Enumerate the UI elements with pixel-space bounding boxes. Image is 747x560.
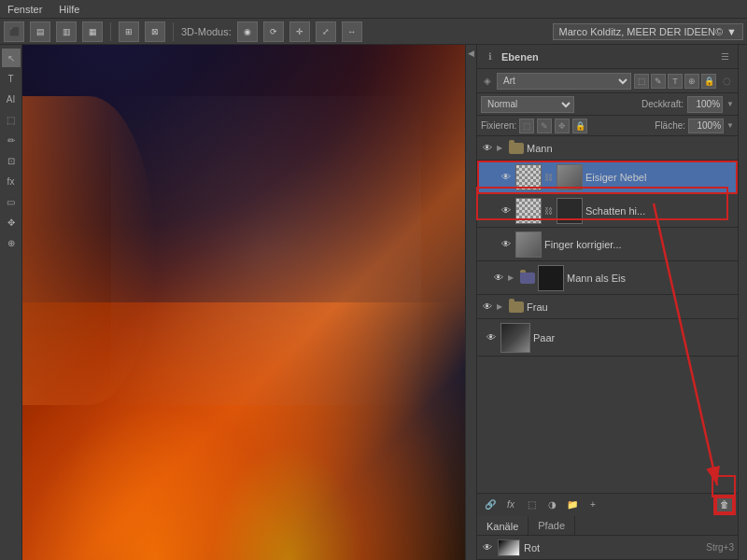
thumb-finger [515,231,542,258]
tool-btn-3[interactable]: ▥ [56,21,77,42]
filter-btn-4[interactable]: ⊕ [684,74,699,89]
layers-bottom-toolbar: 🔗 fx ⬚ ◑ 📁 + 🗑 [477,493,738,515]
folder-frau-icon [509,301,524,313]
3d-mode-label: 3D-Modus: [181,26,232,37]
bottom-adjustment-btn[interactable]: ◑ [543,497,561,513]
tool-btn-6[interactable]: ⊠ [145,21,165,42]
panel-collapse-btn[interactable]: ◀ [465,45,476,560]
right-scrollbar[interactable] [738,45,747,560]
bottom-group-btn[interactable]: 📁 [563,497,582,513]
smoke-layer [111,96,421,405]
eye-rot[interactable]: 👁 [481,541,494,554]
tool-btn-4[interactable]: ▦ [82,21,103,42]
tool-ai[interactable]: AI [2,90,21,108]
tool-fx[interactable]: fx [2,172,21,190]
thumb-rot [498,539,520,556]
tool-brush[interactable]: ⊡ [2,151,21,170]
main-layout: ↖ T AI ⬚ ✏ ⊡ fx ▭ ✥ ⊕ ◀ ℹ Ebenen ☰ [0,45,747,560]
tool-pen[interactable]: ✏ [2,131,21,149]
tool-btn-5[interactable]: ⊞ [119,21,139,42]
eye-schatten[interactable]: 👁 [500,204,513,217]
folder-mann-icon [509,143,524,154]
eye-paar[interactable]: 👁 [485,331,498,344]
tool-shape[interactable]: ▭ [2,192,21,211]
filter-btn-5[interactable]: 🔒 [701,74,716,89]
menu-bar: Fenster Hilfe [0,0,747,19]
filter-btn-2[interactable]: ✎ [651,74,666,89]
main-toolbar: ⬛ ▤ ▥ ▦ ⊞ ⊠ 3D-Modus: ◉ ⟳ ✛ ⤢ ↔ Marco Ko… [0,19,747,45]
bottom-link-btn[interactable]: 🔗 [481,497,500,513]
tool-move[interactable]: ✥ [2,213,21,231]
tool-type[interactable]: T [2,69,21,88]
3d-btn-4[interactable]: ⤢ [316,21,336,42]
group-frau-label: Frau [527,301,734,313]
tab-kanaele[interactable]: Kanäle [477,516,529,535]
chain-eisiger-nebel: ⛓ [544,173,554,182]
toolbar-separator-1 [110,22,111,41]
group-mann[interactable]: 👁 ▶ Mann [477,136,738,161]
3d-btn-5[interactable]: ↔ [342,21,362,42]
layers-panel: ℹ Ebenen ☰ ◈ Art ⬚ ✎ T ⊕ 🔒 ◌ [476,45,738,560]
bottom-mask-btn[interactable]: ⬚ [522,497,541,513]
bottom-new-layer-btn[interactable]: + [584,497,602,513]
lock-brush-btn[interactable]: ✎ [537,119,552,133]
tab-pfade[interactable]: Pfade [529,516,575,535]
thumb-mann-eis [538,265,564,291]
fill-arrow-icon[interactable]: ▼ [726,121,734,130]
group-frau[interactable]: 👁 ▶ Frau [477,295,738,319]
chain-schatten: ⛓ [544,206,554,216]
tool-btn-2[interactable]: ▤ [30,21,50,42]
profile-name: Marco Kolditz, MEER DER IDEEN© [559,26,724,37]
layer-eisiger-nebel[interactable]: 👁 ⛓ Eisiger Nebel [477,161,738,194]
eye-frau[interactable]: 👁 [481,301,494,314]
layer-paar-label: Paar [533,332,734,343]
profile-selector[interactable]: Marco Kolditz, MEER DER IDEEN© ▼ [553,23,743,40]
layers-info-icon[interactable]: ℹ [483,49,498,64]
layer-finger[interactable]: 👁 Finger korrigier... [477,228,738,261]
filter-type-dropdown[interactable]: Art [497,73,631,90]
canvas-image [22,45,465,560]
tool-btn-1[interactable]: ⬛ [4,21,24,42]
3d-btn-3[interactable]: ✛ [289,21,310,42]
lock-all-btn[interactable]: 🔒 [572,119,587,133]
blend-mode-dropdown[interactable]: Normal [481,96,574,113]
layers-list[interactable]: 👁 ▶ Mann 👁 ⛓ Eisiger Nebel 👁 [477,136,738,493]
group-mann-label: Mann [527,143,734,154]
layer-mann-eis[interactable]: 👁 ▶ Mann als Eis [477,261,738,295]
bottom-fx-btn[interactable]: fx [501,497,520,513]
bottom-delete-btn[interactable]: 🗑 [715,497,734,513]
filter-btn-3[interactable]: T [668,74,683,89]
layer-schatten[interactable]: 👁 ⛓ Schatten hi... [477,194,738,228]
channel-rot[interactable]: 👁 Rot Strg+3 [477,536,738,560]
filter-toggle[interactable]: ◌ [719,74,734,89]
tool-crop[interactable]: ⬚ [2,110,21,129]
layer-paar[interactable]: 👁 Paar [477,319,738,357]
3d-btn-1[interactable]: ◉ [237,21,258,42]
eye-mann-eis[interactable]: 👁 [492,272,505,285]
tool-select[interactable]: ↖ [2,49,21,67]
opacity-arrow-icon[interactable]: ▼ [726,100,734,108]
canvas-area [22,45,465,560]
expand-mann[interactable]: ▶ [497,144,506,152]
3d-btn-2[interactable]: ⟳ [263,21,284,42]
menu-hilfe[interactable]: Hilfe [55,4,83,15]
layers-panel-menu[interactable]: ☰ [717,49,732,64]
eye-finger[interactable]: 👁 [500,238,513,251]
menu-fenster[interactable]: Fenster [4,4,46,15]
lock-pixels-btn[interactable]: ⬚ [519,119,534,133]
layer-finger-label: Finger korrigier... [544,239,734,250]
expand-mann-eis[interactable]: ▶ [508,273,517,282]
layer-mann-eis-label: Mann als Eis [567,273,734,284]
expand-frau[interactable]: ▶ [497,302,506,311]
fill-input[interactable] [688,119,724,133]
lock-label: Fixieren: [481,120,516,131]
lock-move-btn[interactable]: ✥ [555,119,570,133]
filter-btn-1[interactable]: ⬚ [634,74,649,89]
channel-rot-name: Rot [524,542,702,553]
eye-mann[interactable]: 👁 [481,142,494,155]
tool-zoom[interactable]: ⊕ [2,233,21,252]
eye-eisiger-nebel[interactable]: 👁 [500,171,513,184]
filter-row: ◈ Art ⬚ ✎ T ⊕ 🔒 ◌ [477,69,738,93]
opacity-input[interactable] [687,96,723,113]
layers-panel-title: Ebenen [501,51,713,63]
